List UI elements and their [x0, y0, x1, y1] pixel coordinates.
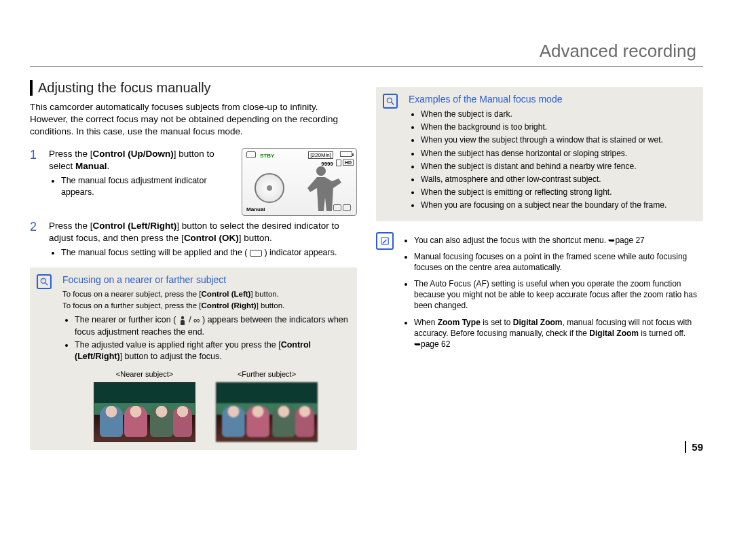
ex-bullet: When you view the subject through a wind…	[421, 134, 695, 145]
step2-ok: Control (OK)	[184, 233, 239, 243]
infinity-icon: ∞	[193, 314, 200, 326]
step-1-body: Press the [Control (Up/Down)] button to …	[49, 148, 235, 200]
info1-b2: The adjusted value is applied right afte…	[75, 339, 349, 362]
step2-control: Control (Left/Right)	[93, 221, 177, 231]
info-box-focusing: Focusing on a nearer or farther subject …	[30, 267, 357, 450]
magnifier-icon	[37, 274, 52, 289]
bottom-icons	[332, 204, 352, 212]
ex-bullet: Walls, atmosphere and other low-contrast…	[421, 174, 695, 185]
step1-manual: Manual	[75, 161, 107, 171]
info-title-examples: Examples of the Manual focus mode	[409, 94, 695, 105]
time-remaining: [220Min]	[308, 151, 333, 159]
stby-label: STBY	[260, 153, 274, 159]
lcd-preview: STBY [220Min] 9999 HD Manual	[242, 148, 357, 216]
step-number-1: 1	[30, 148, 42, 200]
step2-t3: ] button.	[239, 233, 272, 243]
person-icon	[178, 314, 187, 326]
ex-bullet: When the subject is distant and behind a…	[421, 161, 695, 172]
note-2: Manual focusing focuses on a point in th…	[414, 251, 703, 273]
info1-p1: To focus on a nearer subject, press the …	[62, 289, 349, 300]
info-box-examples: Examples of the Manual focus mode When t…	[376, 87, 703, 221]
svg-point-0	[41, 278, 45, 283]
svg-point-3	[387, 98, 392, 102]
intro-paragraph: This camcorder automatically focuses sub…	[30, 101, 357, 138]
step-2-body: Press the [Control (Left/Right)] button …	[49, 220, 357, 261]
page-number: 59	[685, 441, 703, 453]
thumb-label-nearer: <Nearer subject>	[94, 369, 195, 379]
ex-bullet: When you are focusing on a subject near …	[421, 200, 695, 210]
manual-focus-indicator-icon	[250, 250, 262, 257]
note-pencil-icon	[376, 232, 394, 250]
ex-bullet: When the subject has dense horizontal or…	[421, 148, 695, 159]
step1-bullet: The manual focus adjustment indicator ap…	[61, 175, 235, 198]
svg-line-4	[392, 102, 394, 105]
step-number-2: 2	[30, 220, 42, 261]
ex-bullet: When the background is too bright.	[421, 122, 695, 132]
step1-text: Press the [	[49, 149, 93, 159]
svg-line-1	[45, 283, 48, 286]
mode-icon	[246, 151, 256, 158]
page-header-title: Advanced recording	[30, 41, 703, 62]
ex-bullet: When the subject is dark.	[421, 109, 695, 119]
step1-text3: .	[107, 161, 110, 171]
magnifier-icon	[383, 94, 398, 109]
step1-control: Control (Up/Down)	[93, 149, 174, 159]
section-title: Adjusting the focus manually	[30, 80, 357, 96]
thumb-further	[216, 382, 318, 442]
header-rule	[30, 66, 703, 67]
ex-bullet: When the subject is emitting or reflecti…	[421, 187, 695, 198]
thumb-nearer	[94, 382, 195, 442]
note-block: You can also adjust the focus with the s…	[376, 232, 703, 356]
svg-point-2	[181, 316, 184, 319]
step2-bullet: The manual focus setting will be applied…	[61, 247, 357, 259]
info-title-focusing: Focusing on a nearer or farther subject	[62, 274, 349, 285]
info1-b1: The nearer or further icon ( / ∞ ) appea…	[75, 314, 349, 337]
step2-t1: Press the [	[49, 221, 93, 231]
thumb-label-further: <Further subject>	[216, 369, 318, 379]
info1-p2: To focus on a further subject, press the…	[62, 301, 349, 312]
battery-icon	[340, 151, 352, 157]
note-3: The Auto Focus (AF) setting is useful wh…	[414, 278, 703, 312]
note-1: You can also adjust the focus with the s…	[414, 235, 703, 246]
note-4: When Zoom Type is set to Digital Zoom, m…	[414, 317, 703, 350]
focus-dial-icon	[255, 173, 284, 203]
manual-label: Manual	[246, 206, 265, 212]
